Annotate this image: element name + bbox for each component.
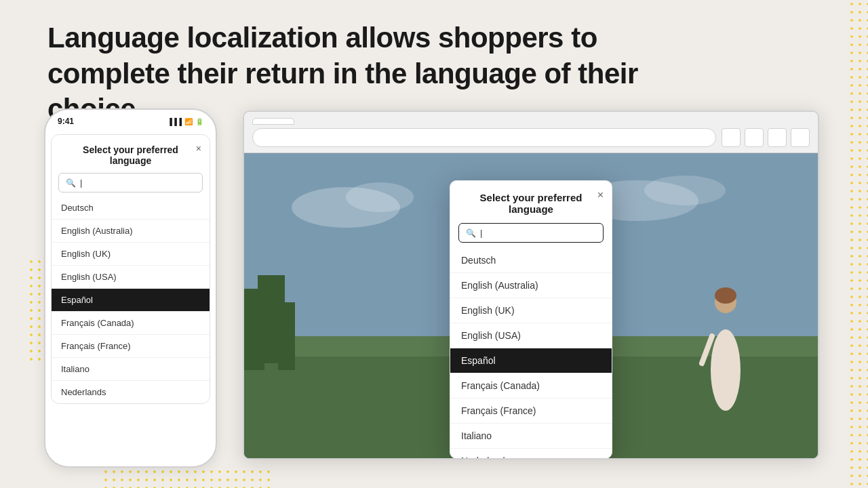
- phone-status-icons: ▐▐▐ 📶 🔋: [167, 118, 203, 125]
- language-modal-desktop: Select your preferred language × 🔍 Deuts…: [450, 180, 612, 459]
- list-item[interactable]: English (USA): [52, 266, 210, 289]
- language-modal-mobile: Select your preferred language × 🔍 Deuts…: [51, 134, 210, 404]
- browser-toolbar: [244, 112, 818, 153]
- svg-point-5: [644, 176, 726, 205]
- battery-icon: 🔋: [195, 118, 203, 125]
- language-list-mobile: Deutsch English (Australia) English (UK)…: [52, 197, 210, 403]
- modal-desktop-title: Select your preferred language: [461, 192, 601, 215]
- modal-desktop-close-button[interactable]: ×: [597, 189, 604, 201]
- search-input-desktop[interactable]: [480, 228, 596, 238]
- powered-by-footer: ⟳ Powered by Happy Returns: [486, 451, 576, 459]
- list-item[interactable]: English (UK): [450, 298, 612, 323]
- search-input-mobile[interactable]: [80, 178, 195, 188]
- svg-point-11: [711, 329, 741, 411]
- list-item[interactable]: Deutsch: [450, 248, 612, 273]
- list-item-selected[interactable]: Español: [450, 348, 612, 373]
- modal-desktop-header: Select your preferred language ×: [450, 181, 612, 223]
- browser-mockup: Select your preferred language × 🔍 Deuts…: [243, 110, 819, 460]
- decorative-dots-right: [848, 0, 868, 488]
- wifi-icon: 📶: [184, 118, 193, 125]
- list-item-selected[interactable]: Español: [52, 289, 210, 312]
- list-item[interactable]: Italiano: [52, 358, 210, 381]
- browser-btn-4[interactable]: [791, 128, 810, 147]
- powered-by-icon: ⟳: [486, 451, 491, 459]
- phone-content: Select your preferred language × 🔍 Deuts…: [45, 129, 216, 458]
- browser-address-row: [252, 128, 810, 147]
- list-item[interactable]: Deutsch: [52, 197, 210, 220]
- search-box-desktop: 🔍: [458, 223, 604, 243]
- modal-mobile-header: Select your preferred language ×: [52, 135, 210, 173]
- browser-btn-1[interactable]: [722, 128, 741, 147]
- browser-address-bar[interactable]: [252, 128, 716, 147]
- svg-rect-10: [278, 302, 295, 370]
- browser-btn-2[interactable]: [745, 128, 764, 147]
- powered-by-text: Powered by Happy Returns: [494, 451, 576, 459]
- phone-mockup: 9:41 ▐▐▐ 📶 🔋 Select your preferred langu…: [44, 108, 217, 468]
- svg-point-13: [715, 287, 736, 304]
- modal-mobile-title: Select your preferred language: [62, 144, 199, 166]
- browser-tab[interactable]: [252, 118, 294, 125]
- list-item[interactable]: English (Australia): [450, 273, 612, 298]
- list-item[interactable]: Nederlands: [52, 381, 210, 403]
- phone-status-bar: 9:41 ▐▐▐ 📶 🔋: [45, 110, 216, 129]
- list-item[interactable]: Français (France): [52, 335, 210, 358]
- language-list-desktop: Deutsch English (Australia) English (UK)…: [450, 248, 612, 458]
- browser-btn-3[interactable]: [768, 128, 787, 147]
- list-item[interactable]: Français (Canada): [52, 312, 210, 335]
- list-item[interactable]: Français (Canada): [450, 373, 612, 399]
- list-item[interactable]: Français (France): [450, 399, 612, 424]
- search-icon-mobile: 🔍: [66, 178, 76, 188]
- list-item[interactable]: English (Australia): [52, 220, 210, 243]
- phone-time: 9:41: [58, 117, 74, 126]
- browser-content: Select your preferred language × 🔍 Deuts…: [244, 153, 818, 460]
- list-item[interactable]: Italiano: [450, 424, 612, 449]
- decorative-dots-bottom: [102, 468, 271, 488]
- search-box-mobile: 🔍: [58, 173, 203, 192]
- search-icon-desktop: 🔍: [466, 228, 476, 238]
- browser-tabs: [252, 117, 810, 124]
- signal-icon: ▐▐▐: [167, 118, 182, 125]
- list-item[interactable]: English (UK): [52, 243, 210, 266]
- browser-buttons: [722, 128, 810, 147]
- list-item[interactable]: English (USA): [450, 323, 612, 348]
- svg-point-2: [346, 182, 414, 212]
- modal-mobile-close-button[interactable]: ×: [196, 143, 201, 154]
